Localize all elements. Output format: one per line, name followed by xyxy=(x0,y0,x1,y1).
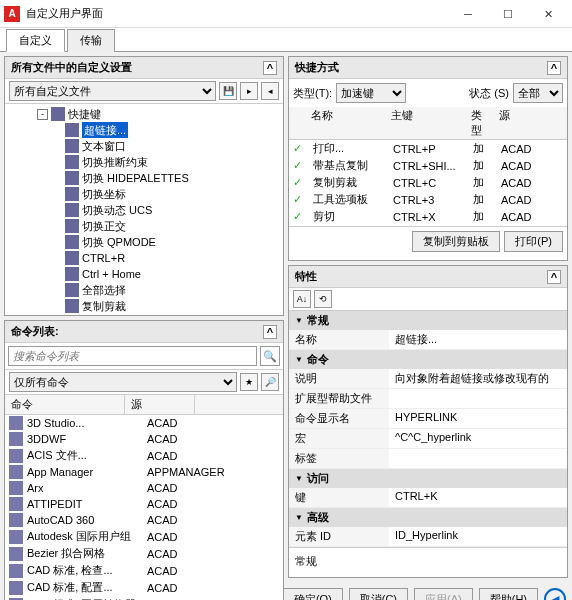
tree-item[interactable]: 切换动态 UCS xyxy=(9,202,279,218)
app-logo: A xyxy=(4,6,20,22)
minimize-button[interactable]: ─ xyxy=(448,1,488,27)
tree-item[interactable]: 切换坐标 xyxy=(9,186,279,202)
list-item[interactable]: 3D Studio...ACAD xyxy=(5,415,283,431)
tree-item[interactable]: 超链接... xyxy=(9,122,279,138)
list-item[interactable]: CAD 标准, 检查...ACAD xyxy=(5,562,283,579)
tree-item[interactable]: CTRL+R xyxy=(9,250,279,266)
table-row[interactable]: ✓剪切CTRL+X加ACAD xyxy=(289,208,567,225)
list-item[interactable]: ArxACAD xyxy=(5,480,283,496)
panel-shortcuts-header: 快捷方式 ^ xyxy=(289,57,567,79)
tab-transfer[interactable]: 传输 xyxy=(67,29,115,52)
panel-command-list-header: 命令列表: ^ xyxy=(5,321,283,343)
window-title: 自定义用户界面 xyxy=(26,6,448,21)
property-section[interactable]: ▼常规 xyxy=(289,311,567,330)
tree-item[interactable]: 文本窗口 xyxy=(9,138,279,154)
tree-item[interactable]: 新建... xyxy=(9,314,279,315)
help-button[interactable]: 帮助(H) xyxy=(479,588,538,600)
col-type[interactable]: 类型 xyxy=(467,107,495,139)
list-item[interactable]: ACIS 文件...ACAD xyxy=(5,447,283,464)
list-item[interactable]: Bezier 拟合网格ACAD xyxy=(5,545,283,562)
tree-item[interactable]: 切换正交 xyxy=(9,218,279,234)
table-row[interactable]: ✓打印...CTRL+P加ACAD xyxy=(289,140,567,157)
property-section[interactable]: ▼命令 xyxy=(289,350,567,369)
property-section[interactable]: ▼高级 xyxy=(289,508,567,527)
col-source[interactable]: 源 xyxy=(495,107,535,139)
collapse-icon[interactable]: ^ xyxy=(263,325,277,339)
search-input[interactable] xyxy=(8,346,257,366)
reset-icon[interactable]: ⟲ xyxy=(314,290,332,308)
list-item[interactable]: AutoCAD 360ACAD xyxy=(5,512,283,528)
list-item[interactable]: App ManagerAPPMANAGER xyxy=(5,464,283,480)
status-dropdown[interactable]: 全部 xyxy=(513,83,563,103)
property-row[interactable]: 名称超链接... xyxy=(289,330,567,350)
tab-bar: 自定义 传输 xyxy=(0,28,572,52)
table-row[interactable]: ✓带基点复制CTRL+SHI...加ACAD xyxy=(289,157,567,174)
collapse-icon[interactable]: ^ xyxy=(547,61,561,75)
status-label: 状态 (S) xyxy=(469,86,509,101)
property-row[interactable]: 键CTRL+K xyxy=(289,488,567,508)
property-row[interactable]: 宏^C^C_hyperlink xyxy=(289,429,567,449)
apply-button[interactable]: 应用(A) xyxy=(414,588,473,600)
tree-item[interactable]: Ctrl + Home xyxy=(9,266,279,282)
col-header-command[interactable]: 命令 xyxy=(5,395,125,414)
property-row[interactable]: 元素 IDID_Hyperlink xyxy=(289,527,567,547)
list-item[interactable]: Autodesk 国际用户组ACAD xyxy=(5,528,283,545)
panel-properties-header: 特性 ^ xyxy=(289,266,567,288)
tree-item[interactable]: 切换 HIDEPALETTES xyxy=(9,170,279,186)
property-row[interactable]: 扩展型帮助文件 xyxy=(289,389,567,409)
property-grid[interactable]: ▼常规名称超链接...▼命令说明向对象附着超链接或修改现有的扩展型帮助文件命令显… xyxy=(289,311,567,547)
panel-title: 命令列表: xyxy=(11,324,59,339)
tree-item[interactable]: 切换推断约束 xyxy=(9,154,279,170)
tab-customize[interactable]: 自定义 xyxy=(6,29,65,52)
property-row[interactable]: 标签 xyxy=(289,449,567,469)
custom-files-dropdown[interactable]: 所有自定义文件 xyxy=(9,81,216,101)
property-footer: 常规 xyxy=(289,547,567,577)
close-button[interactable]: ✕ xyxy=(528,1,568,27)
col-key[interactable]: 主键 xyxy=(387,107,467,139)
list-item[interactable]: 3DDWFACAD xyxy=(5,431,283,447)
table-row[interactable]: ✓复制剪裁CTRL+C加ACAD xyxy=(289,174,567,191)
tree-node[interactable]: 快捷键 xyxy=(68,106,101,122)
list-item[interactable]: CAD 标准, 图层转换器...ACAD xyxy=(5,596,283,600)
new-command-icon[interactable]: ★ xyxy=(240,373,258,391)
filter-dropdown[interactable]: 仅所有命令 xyxy=(9,372,237,392)
list-item[interactable]: CAD 标准, 配置...ACAD xyxy=(5,579,283,596)
type-dropdown[interactable]: 加速键 xyxy=(336,83,406,103)
import-icon[interactable]: ◂ xyxy=(261,82,279,100)
title-bar: A 自定义用户界面 ─ ☐ ✕ xyxy=(0,0,572,28)
cancel-button[interactable]: 取消(C) xyxy=(349,588,408,600)
collapse-icon[interactable]: ^ xyxy=(547,270,561,284)
property-row[interactable]: 说明向对象附着超链接或修改现有的 xyxy=(289,369,567,389)
col-name[interactable]: 名称 xyxy=(307,107,387,139)
sort-icon[interactable]: A↓ xyxy=(293,290,311,308)
find-icon[interactable]: 🔎 xyxy=(261,373,279,391)
tree-item[interactable]: 全部选择 xyxy=(9,282,279,298)
property-row[interactable]: 命令显示名HYPERLINK xyxy=(289,409,567,429)
type-label: 类型(T): xyxy=(293,86,332,101)
panel-title: 所有文件中的自定义设置 xyxy=(11,60,132,75)
table-row[interactable]: ✓工具选项板CTRL+3加ACAD xyxy=(289,191,567,208)
col-header-source[interactable]: 源 xyxy=(125,395,195,414)
ok-button[interactable]: 确定(O) xyxy=(283,588,343,600)
maximize-button[interactable]: ☐ xyxy=(488,1,528,27)
expand-icon[interactable]: ◀ xyxy=(544,588,566,600)
print-button[interactable]: 打印(P) xyxy=(504,231,563,252)
panel-title: 特性 xyxy=(295,269,317,284)
copy-clipboard-button[interactable]: 复制到剪贴板 xyxy=(412,231,500,252)
export-icon[interactable]: ▸ xyxy=(240,82,258,100)
search-icon[interactable]: 🔍 xyxy=(260,346,280,366)
tree-item[interactable]: 复制剪裁 xyxy=(9,298,279,314)
customization-tree[interactable]: -快捷键 超链接...文本窗口切换推断约束切换 HIDEPALETTES切换坐标… xyxy=(5,104,283,315)
list-item[interactable]: ATTIPEDITACAD xyxy=(5,496,283,512)
panel-custom-settings-header: 所有文件中的自定义设置 ^ xyxy=(5,57,283,79)
collapse-icon[interactable]: ^ xyxy=(263,61,277,75)
panel-title: 快捷方式 xyxy=(295,60,339,75)
save-icon[interactable]: 💾 xyxy=(219,82,237,100)
command-list[interactable]: 命令 源 3D Studio...ACAD3DDWFACADACIS 文件...… xyxy=(5,395,283,600)
shortcut-table[interactable]: 名称 主键 类型 源 ✓打印...CTRL+P加ACAD✓带基点复制CTRL+S… xyxy=(289,107,567,227)
tree-item[interactable]: 切换 QPMODE xyxy=(9,234,279,250)
property-section[interactable]: ▼访问 xyxy=(289,469,567,488)
